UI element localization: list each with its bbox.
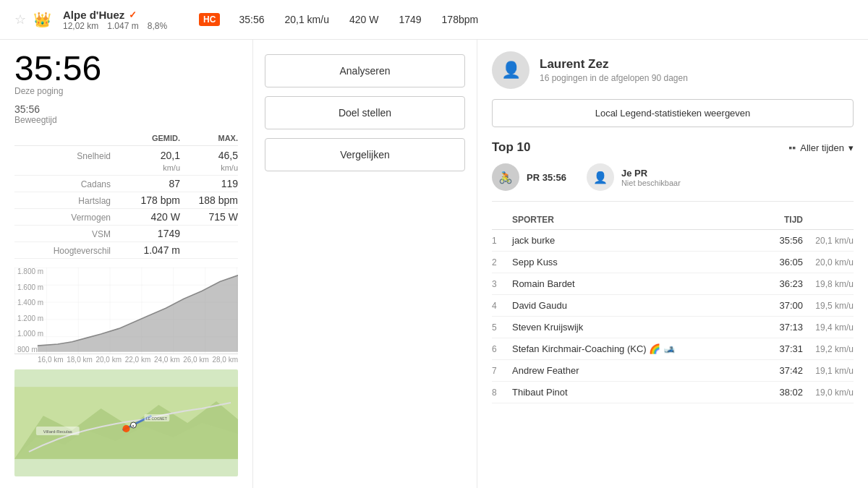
chevron-down-icon: ▾	[848, 142, 854, 153]
table-row[interactable]: 4 David Gaudu 37:00 19,5 km/u	[492, 295, 854, 317]
svg-text:✦: ✦	[132, 424, 135, 428]
move-time-value: 35:56	[14, 103, 57, 115]
person-icon: 👤	[501, 61, 521, 80]
move-time-block: 35:56 Beweegtijd	[14, 103, 57, 125]
legend-stats-button[interactable]: Local Legend-statistieken weergeven	[492, 99, 854, 127]
stats-avg-val: 420 W	[122, 211, 180, 223]
pr-right-sub: Niet beschikbaar	[621, 179, 681, 187]
lb-speed: 19,1 km/u	[803, 366, 854, 376]
big-time: 35:56	[14, 51, 238, 86]
lb-rank: 4	[492, 301, 512, 311]
stats-label: Hoogteverschil	[14, 246, 122, 256]
athlete-header: 👤 Laurent Zez 16 pogingen in de afgelope…	[492, 51, 854, 89]
lb-name: Sepp Kuss	[512, 257, 745, 267]
elevation-chart: 1.800 m 1.600 m 1.400 m 1.200 m 1.000 m …	[14, 267, 238, 354]
pr-right-avatar: 👤	[587, 163, 614, 191]
lb-rank: 6	[492, 344, 512, 354]
left-panel: 35:56 Deze poging 35:56 Beweegtijd GEMID…	[0, 40, 253, 488]
right-panel: 👤 Laurent Zez 16 pogingen in de afgelope…	[477, 40, 868, 488]
stats-max-val: 119	[180, 178, 238, 189]
lb-rank: 2	[492, 257, 512, 267]
verified-badge: ✓	[129, 9, 137, 20]
lb-speed: 20,1 km/u	[803, 236, 854, 246]
lb-header-speed	[803, 215, 854, 225]
lb-name: Steven Kruijswijk	[512, 322, 745, 333]
pr-left: 🚴 PR 35:56	[492, 163, 566, 191]
analyse-button[interactable]: Analyseren	[265, 54, 465, 87]
top-stat-hr: 178bpm	[442, 14, 479, 25]
filter-dropdown[interactable]: ▪▪ Aller tijden ▾	[788, 142, 854, 153]
map-svg: Villard-Reculas LE COGNET ✦	[14, 369, 238, 476]
top-stat-vsm: 1749	[399, 14, 421, 25]
top-bar-icons: ☆ 👑	[14, 11, 51, 28]
pr-right: 👤 Je PR Niet beschikbaar	[587, 163, 681, 191]
table-row[interactable]: 7 Andrew Feather 37:42 19,1 km/u	[492, 360, 854, 382]
top-stat-time: 35:56	[239, 14, 264, 25]
stats-header-max: MAX.	[180, 134, 238, 142]
lb-speed: 19,2 km/u	[803, 344, 854, 354]
chart-bars-icon: ▪▪	[788, 142, 796, 153]
stats-avg-val: 1.047 m	[122, 244, 180, 256]
chart-y-labels: 1.800 m 1.600 m 1.400 m 1.200 m 1.000 m …	[14, 267, 46, 354]
lb-speed: 19,4 km/u	[803, 322, 854, 333]
star-icon[interactable]: ☆	[14, 12, 26, 27]
svg-text:Villard-Reculas: Villard-Reculas	[43, 429, 72, 434]
segment-name-text: Alpe d'Huez	[63, 9, 124, 21]
chart-x-labels: 16,0 km 18,0 km 20,0 km 22,0 km 24,0 km …	[14, 354, 238, 364]
goal-button[interactable]: Doel stellen	[265, 96, 465, 129]
lb-time: 37:31	[745, 343, 803, 354]
top-stat-speed: 20,1 km/u	[284, 14, 328, 25]
lb-name: Thibaut Pinot	[512, 387, 745, 398]
stats-row: Cadans 87 119	[14, 176, 238, 192]
lb-header: Sporter Tijd	[492, 212, 854, 230]
table-row[interactable]: 8 Thibaut Pinot 38:02 19,0 km/u	[492, 382, 854, 403]
athlete-sub: 16 pogingen in de afgelopen 90 dagen	[540, 73, 688, 83]
lb-name: Romain Bardet	[512, 278, 745, 289]
svg-text:LE COGNET: LE COGNET	[146, 416, 167, 421]
lb-header-time: Tijd	[745, 215, 803, 225]
middle-panel: Analyseren Doel stellen Vergelijken	[253, 40, 477, 488]
pr-left-label: PR 35:56	[527, 172, 566, 183]
move-time-label: Beweegtijd	[14, 115, 57, 125]
table-row[interactable]: 5 Steven Kruijswijk 37:13 19,4 km/u	[492, 317, 854, 338]
lb-speed: 20,0 km/u	[803, 257, 854, 267]
table-row[interactable]: 2 Sepp Kuss 36:05 20,0 km/u	[492, 252, 854, 273]
lb-speed: 19,8 km/u	[803, 279, 854, 289]
pr-right-info: Je PR Niet beschikbaar	[621, 168, 681, 187]
map-area: Villard-Reculas LE COGNET ✦	[14, 369, 238, 476]
top-stat-power: 420 W	[349, 14, 378, 25]
stats-table: GEMID. MAX. Snelheid 20,1km/u 46,5km/u C…	[14, 134, 238, 259]
main-content: 35:56 Deze poging 35:56 Beweegtijd GEMID…	[0, 40, 868, 488]
lb-rank: 5	[492, 322, 512, 333]
stats-label: Vermogen	[14, 213, 122, 223]
table-row[interactable]: 1 jack burke 35:56 20,1 km/u	[492, 230, 854, 252]
lb-time: 37:00	[745, 300, 803, 311]
stats-row: VSM 1749	[14, 226, 238, 242]
segment-name[interactable]: Alpe d'Huez ✓	[63, 9, 167, 21]
stats-row: Hoogteverschil 1.047 m	[14, 242, 238, 259]
table-row[interactable]: 6 Stefan Kirchmair-Coaching (KC) 🌈 🎿 37:…	[492, 338, 854, 360]
lb-name: David Gaudu	[512, 300, 745, 311]
lb-rank: 3	[492, 279, 512, 289]
table-row[interactable]: 3 Romain Bardet 36:23 19,8 km/u	[492, 273, 854, 295]
segment-grade: 8,8%	[148, 21, 167, 31]
stats-max-val: 715 W	[180, 211, 238, 223]
pr-right-label: Je PR	[621, 168, 681, 179]
stats-max-val: 46,5km/u	[180, 150, 238, 173]
lb-rank: 8	[492, 388, 512, 398]
stats-avg-val: 20,1km/u	[122, 150, 180, 173]
lb-rank: 1	[492, 236, 512, 246]
compare-button[interactable]: Vergelijken	[265, 138, 465, 171]
chart-svg	[14, 267, 238, 354]
athlete-name: Laurent Zez	[540, 57, 688, 72]
hc-badge: HC	[199, 13, 220, 26]
lb-name: jack burke	[512, 235, 745, 246]
lb-name: Andrew Feather	[512, 365, 745, 376]
crown-icon: 👑	[33, 11, 51, 28]
leaderboard-table: Sporter Tijd 1 jack burke 35:56 20,1 km/…	[492, 212, 854, 403]
lb-header-name: Sporter	[512, 215, 745, 225]
stats-max-val: 188 bpm	[180, 194, 238, 206]
attempt-label: Deze poging	[14, 86, 238, 96]
lb-header-rank	[492, 215, 512, 225]
top-stats: 35:56 20,1 km/u 420 W 1749 178bpm	[239, 14, 478, 25]
